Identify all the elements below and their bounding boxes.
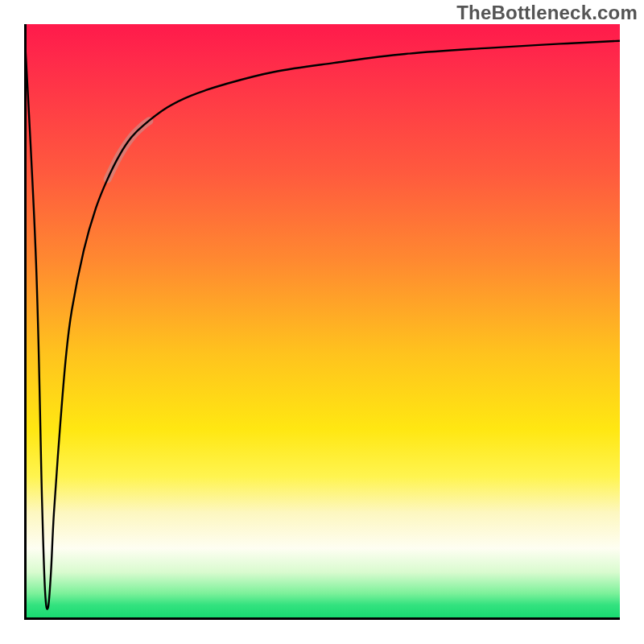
chart-container: TheBottleneck.com xyxy=(0,0,644,644)
y-axis-line xyxy=(24,24,27,620)
hazy-segment xyxy=(108,121,150,179)
watermark-label: TheBottleneck.com xyxy=(456,2,638,24)
bottleneck-curve xyxy=(24,24,620,609)
curve-layer xyxy=(24,24,620,620)
plot-area xyxy=(24,24,620,620)
x-axis-line xyxy=(24,617,620,620)
